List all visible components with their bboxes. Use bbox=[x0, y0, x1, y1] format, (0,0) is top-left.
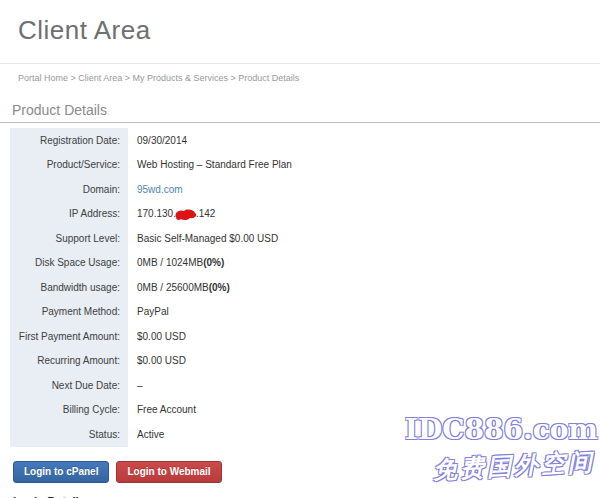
row-label: IP Address: bbox=[10, 202, 128, 227]
table-row: Product/Service:Web Hosting – Standard F… bbox=[10, 153, 598, 178]
row-label: Disk Space Usage: bbox=[10, 251, 128, 276]
row-label: Status: bbox=[10, 422, 128, 447]
login-webmail-button[interactable]: Login to Webmail bbox=[116, 461, 221, 483]
table-row: Disk Space Usage:0MB / 1024MB (0%) bbox=[10, 251, 598, 276]
row-label: Bandwidth usage: bbox=[10, 275, 128, 300]
row-value: 09/30/2014 bbox=[128, 128, 187, 153]
row-value: Web Hosting – Standard Free Plan bbox=[128, 153, 292, 178]
row-value: 95wd.com bbox=[128, 177, 183, 202]
table-row: IP Address:170.130..142 bbox=[10, 202, 598, 227]
page-title: Client Area bbox=[0, 0, 600, 46]
table-row: Domain:95wd.com bbox=[10, 177, 598, 202]
row-label: First Payment Amount: bbox=[10, 324, 128, 349]
row-label: Next Due Date: bbox=[10, 373, 128, 398]
breadcrumb[interactable]: Portal Home > Client Area > My Products … bbox=[0, 64, 600, 83]
section-title-login-details: Login Details bbox=[13, 495, 600, 498]
ip-redaction-scribble-icon bbox=[174, 208, 198, 222]
table-row: Payment Method:PayPal bbox=[10, 300, 598, 325]
row-value: PayPal bbox=[128, 300, 169, 325]
row-value: 0MB / 25600MB (0%) bbox=[128, 275, 230, 300]
table-row: Next Due Date:– bbox=[10, 373, 598, 398]
row-label: Registration Date: bbox=[10, 128, 128, 153]
product-details-table: Registration Date:09/30/2014Product/Serv… bbox=[10, 128, 598, 447]
row-value: $0.00 USD bbox=[128, 324, 186, 349]
table-row: Recurring Amount:$0.00 USD bbox=[10, 349, 598, 374]
table-row: Support Level:Basic Self-Managed $0.00 U… bbox=[10, 226, 598, 251]
table-row: First Payment Amount:$0.00 USD bbox=[10, 324, 598, 349]
domain-link[interactable]: 95wd.com bbox=[137, 184, 183, 195]
table-row: Registration Date:09/30/2014 bbox=[10, 128, 598, 153]
row-value: $0.00 USD bbox=[128, 349, 186, 374]
row-value: Basic Self-Managed $0.00 USD bbox=[128, 226, 278, 251]
row-label: Domain: bbox=[10, 177, 128, 202]
row-value: 170.130..142 bbox=[128, 202, 215, 227]
row-label: Product/Service: bbox=[10, 153, 128, 178]
row-label: Payment Method: bbox=[10, 300, 128, 325]
row-value: – bbox=[128, 373, 143, 398]
table-row: Status:Active bbox=[10, 422, 598, 447]
login-cpanel-button[interactable]: Login to cPanel bbox=[13, 461, 109, 483]
row-value: 0MB / 1024MB (0%) bbox=[128, 251, 224, 276]
buttons-row: Login to cPanel Login to Webmail bbox=[13, 461, 600, 483]
table-row: Bandwidth usage:0MB / 25600MB (0%) bbox=[10, 275, 598, 300]
row-label: Billing Cycle: bbox=[10, 398, 128, 423]
row-label: Recurring Amount: bbox=[10, 349, 128, 374]
table-row: Billing Cycle:Free Account bbox=[10, 398, 598, 423]
row-label: Support Level: bbox=[10, 226, 128, 251]
row-value: Active bbox=[128, 422, 164, 447]
row-value: Free Account bbox=[128, 398, 196, 423]
section-title-product-details: Product Details bbox=[0, 102, 600, 123]
